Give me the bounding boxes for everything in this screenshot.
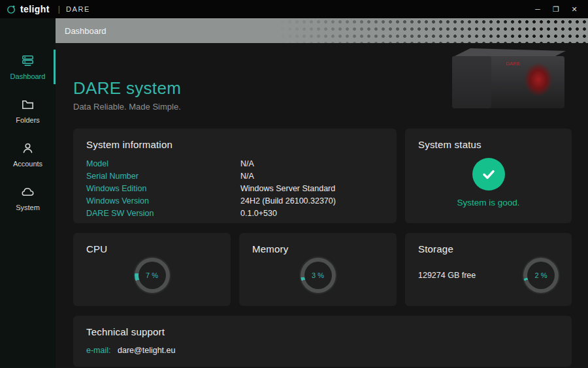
cloud-icon: [20, 185, 35, 200]
info-label: Windows Edition: [86, 183, 240, 194]
sidebar-item-label: Dashboard: [10, 72, 46, 80]
storage-free-text: 129274 GB free: [418, 271, 476, 280]
info-value: 0.1.0+530: [240, 208, 384, 219]
email-label: e-mail:: [86, 346, 111, 355]
system-information-list: Model N/A Serial Number N/A Windows Edit…: [86, 159, 384, 219]
storage-card: Storage 129274 GB free 2 %: [405, 233, 572, 306]
info-value: Windows Server Standard: [240, 183, 384, 194]
card-title: Storage: [418, 243, 559, 254]
app-name: DARE: [66, 5, 90, 13]
info-label: Serial Number: [86, 171, 240, 181]
sidebar-item-label: System: [16, 204, 40, 211]
cpu-card: CPU 7 %: [73, 233, 231, 306]
minimize-icon[interactable]: ─: [531, 3, 545, 15]
info-value: 24H2 (Build 26100.32370): [240, 196, 384, 206]
close-icon[interactable]: ✕: [567, 3, 581, 15]
memory-card: Memory 3 %: [239, 233, 397, 306]
app-logo: telight | DARE: [7, 4, 90, 14]
card-title: CPU: [86, 243, 218, 254]
info-label: Model: [86, 159, 240, 169]
device-brand-label: DARE: [506, 61, 520, 67]
sidebar-item-system[interactable]: System: [0, 181, 56, 215]
sidebar-item-dashboard[interactable]: Dashboard: [0, 50, 56, 84]
telight-logo-icon: [7, 5, 16, 14]
folder-icon: [20, 97, 35, 112]
dashboard-page: DARE DARE system Data Reliable. Made Sim…: [56, 43, 588, 368]
system-information-card: System information Model N/A Serial Numb…: [73, 129, 397, 223]
cpu-gauge: 7 %: [135, 258, 170, 293]
maximize-icon[interactable]: ❐: [549, 3, 563, 15]
status-text: System is good.: [457, 198, 519, 207]
sidebar-item-folders[interactable]: Folders: [0, 93, 56, 128]
sidebar-item-accounts[interactable]: Accounts: [0, 137, 56, 172]
person-icon: [20, 141, 35, 156]
window-controls: ─ ❐ ✕: [531, 3, 581, 15]
memory-gauge-value: 3 %: [304, 262, 332, 289]
cpu-gauge-value: 7 %: [139, 262, 166, 289]
server-stack-icon: [20, 54, 35, 69]
card-title: System status: [418, 139, 482, 150]
email-value[interactable]: dare@telight.eu: [118, 346, 175, 355]
info-value: N/A: [240, 171, 384, 181]
breadcrumb: Dashboard: [65, 26, 106, 36]
device-image: DARE: [446, 46, 570, 111]
storage-gauge: 2 %: [523, 258, 559, 293]
card-title: Memory: [252, 243, 384, 254]
card-title: Technical support: [86, 326, 559, 337]
brand-name: telight: [20, 4, 50, 14]
info-label: Windows Version: [86, 196, 240, 206]
top-bar: Dashboard: [56, 18, 588, 43]
sidebar: Dashboard Folders Accounts System: [0, 18, 56, 368]
system-status-card: System status System is good.: [405, 129, 572, 223]
info-label: DARE SW Version: [86, 208, 240, 219]
technical-support-card: Technical support e-mail: dare@telight.e…: [73, 316, 572, 367]
memory-gauge: 3 %: [301, 258, 336, 293]
sidebar-item-label: Accounts: [13, 160, 42, 168]
sidebar-item-label: Folders: [16, 116, 40, 124]
title-bar: telight | DARE ─ ❐ ✕: [0, 0, 588, 18]
brand-separator: |: [58, 5, 60, 14]
status-check-icon: [472, 158, 505, 191]
card-title: System information: [86, 139, 384, 150]
storage-gauge-value: 2 %: [527, 262, 555, 289]
info-value: N/A: [240, 159, 384, 169]
